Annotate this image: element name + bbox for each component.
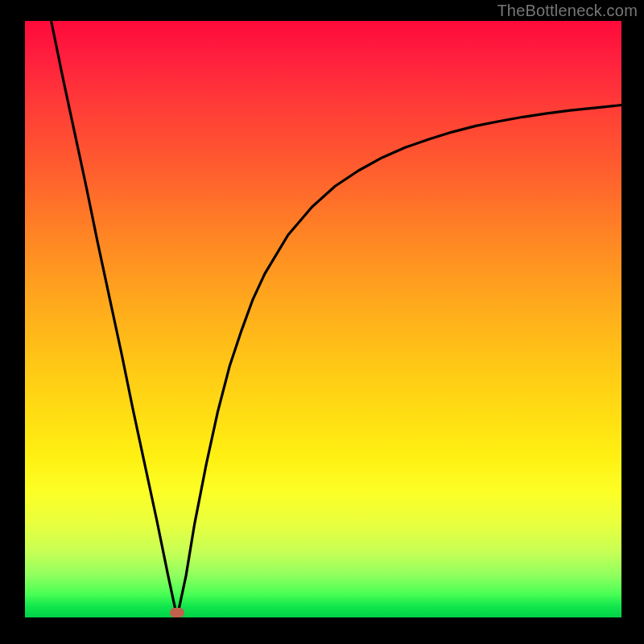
watermark-text: TheBottleneck.com <box>497 2 638 20</box>
curve-path <box>52 21 621 617</box>
vertex-marker <box>170 608 184 617</box>
curve-svg <box>25 21 621 617</box>
chart-frame: TheBottleneck.com <box>0 0 644 644</box>
plot-area <box>25 21 621 617</box>
